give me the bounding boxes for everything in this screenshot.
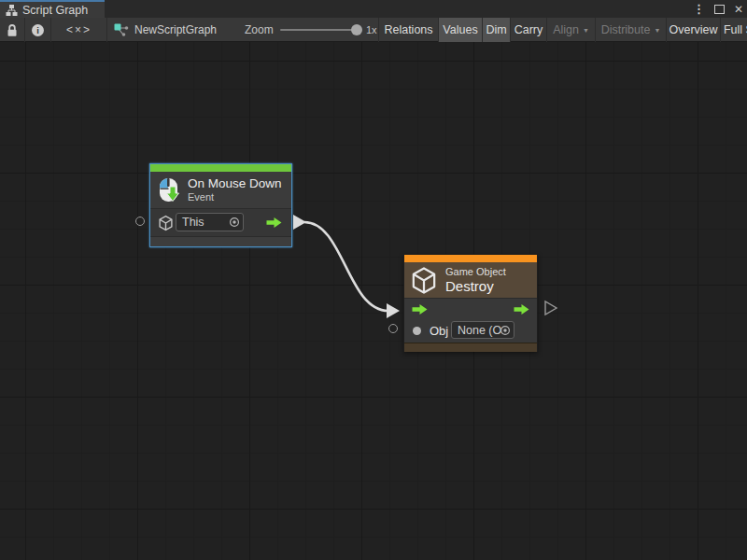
zoom-slider-handle[interactable] [351, 24, 362, 35]
node-subtitle: Event [188, 191, 282, 203]
align-button[interactable]: Align ▼ [547, 18, 596, 42]
graph-toolbar: i <×> NewScriptGraph Zoom 1x [0, 18, 747, 42]
node-footer [404, 343, 537, 352]
flow-port-row [404, 299, 537, 319]
object-value-field[interactable]: None (O [451, 321, 514, 339]
node-destroy[interactable]: Game Object Destroy [403, 254, 538, 352]
flow-continue-port[interactable] [545, 301, 557, 315]
target-object-field[interactable]: This [176, 213, 244, 231]
script-graph-window: Script Graph ⋮ ✕ i <×> [0, 0, 747, 560]
graph-name-label: NewScriptGraph [134, 23, 217, 36]
graph-selector[interactable]: NewScriptGraph [114, 18, 217, 42]
fullscreen-button[interactable]: Full Screen [721, 18, 747, 42]
zoom-slider-track[interactable] [280, 29, 359, 31]
node-title: On Mouse Down [188, 176, 282, 191]
zoom-value: 1x [366, 18, 377, 42]
node-on-mouse-down[interactable]: On Mouse Down Event This [149, 163, 292, 247]
carry-button[interactable]: Carry [511, 18, 547, 42]
graph-canvas[interactable]: On Mouse Down Event This [0, 42, 747, 560]
node-category: Game Object [445, 266, 506, 278]
lock-icon [6, 23, 19, 37]
relations-button[interactable]: Relations [379, 18, 439, 42]
distribute-button[interactable]: Distribute ▼ [596, 18, 667, 42]
close-icon[interactable]: ✕ [734, 4, 743, 15]
node-port-row: This [150, 208, 291, 236]
tab-title: Script Graph [22, 4, 88, 17]
object-picker-icon[interactable] [229, 217, 240, 228]
node-header: On Mouse Down Event [150, 172, 291, 208]
edit-code-button[interactable]: <×> [51, 18, 107, 42]
event-target-port[interactable] [135, 217, 145, 226]
chevron-down-icon: ▼ [654, 27, 660, 34]
flow-connection-wire[interactable] [304, 222, 388, 311]
code-icon: <×> [66, 23, 92, 36]
game-object-cube-icon [410, 266, 438, 295]
lock-button[interactable] [0, 18, 25, 42]
value-port-dot[interactable] [413, 327, 421, 335]
destroy-obj-port[interactable] [388, 324, 398, 333]
info-button[interactable]: i [25, 18, 51, 42]
mouse-down-icon [158, 177, 180, 203]
node-title: Destroy [445, 278, 506, 295]
flow-output-arrow-icon[interactable] [266, 217, 282, 228]
tab-script-graph[interactable]: Script Graph [0, 0, 105, 18]
dim-button[interactable]: Dim [483, 18, 511, 42]
event-accent-bar [150, 164, 291, 172]
node-header: Game Object Destroy [404, 262, 537, 298]
info-icon: i [32, 24, 44, 36]
maximize-icon[interactable] [714, 5, 725, 14]
zoom-label: Zoom [245, 18, 274, 42]
window-menu-icon[interactable]: ⋮ [693, 3, 705, 15]
graph-asset-icon [114, 23, 129, 36]
node-footer [150, 236, 291, 246]
connection-layer [0, 42, 747, 560]
param-label: Obj [430, 324, 448, 338]
connection-start-arrow [293, 215, 306, 230]
toolbar-buttons: Relations Values Dim Carry Align ▼ Distr… [378, 18, 747, 42]
unit-accent-bar [404, 255, 537, 262]
flow-input-arrow-icon[interactable] [412, 304, 428, 315]
connection-end-arrow [387, 303, 400, 318]
overview-button[interactable]: Overview [667, 18, 721, 42]
graph-hierarchy-icon [6, 5, 18, 16]
game-object-cube-icon [158, 215, 174, 231]
toolbar-left-group: i <×> [0, 18, 107, 42]
value-port-row: Obj None (O [404, 319, 537, 343]
node-body: Obj None (O [404, 298, 537, 343]
object-picker-icon[interactable] [500, 325, 511, 336]
chevron-down-icon: ▼ [583, 27, 589, 34]
flow-output-arrow-icon[interactable] [514, 304, 529, 315]
values-button[interactable]: Values [439, 18, 483, 42]
tab-bar: Script Graph ⋮ ✕ [0, 0, 747, 18]
window-controls: ⋮ ✕ [693, 0, 743, 18]
